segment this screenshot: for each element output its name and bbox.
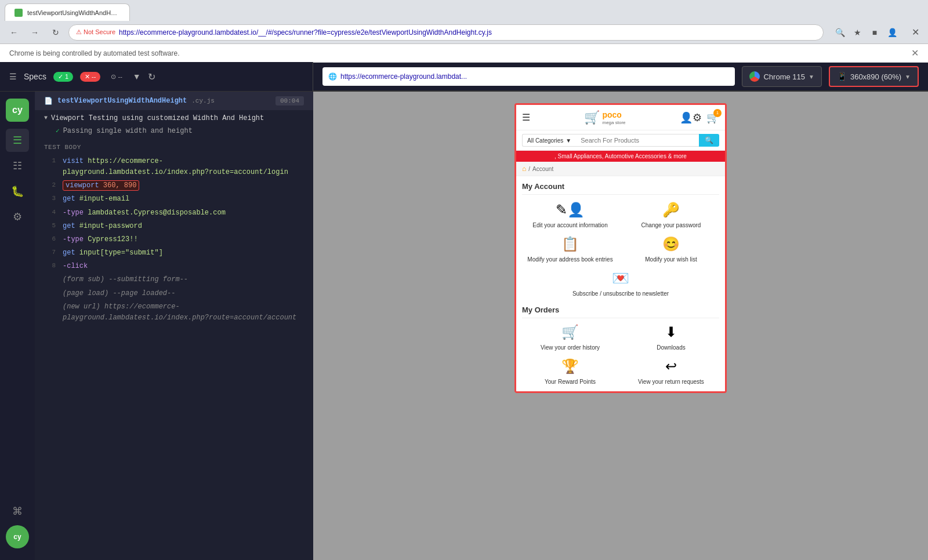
wishlist-label: Modify your wish list (645, 256, 697, 263)
sidebar-item-settings[interactable]: ⚙ (6, 205, 29, 228)
test-file-ext: .cy.js (191, 97, 215, 104)
refresh-button[interactable]: ↻ (148, 71, 155, 82)
account-grid: ✎👤 Edit your account information 🔑 Chang… (522, 202, 719, 297)
rewards-label: Your Reward Points (545, 378, 596, 386)
code-line-7: 7 get input[type="submit"] (35, 246, 313, 260)
account-item-newsletter[interactable]: 💌 Subscribe / unsubscribe to newsletter (522, 270, 719, 297)
my-account-title: My Account (522, 182, 719, 195)
account-item-wishlist[interactable]: 😊 Modify your wish list (623, 236, 719, 263)
category-select[interactable]: All Categories ▼ (522, 134, 576, 147)
account-item-password[interactable]: 🔑 Change your password (623, 202, 719, 229)
cy-logo: cy (6, 99, 29, 122)
password-label: Change your password (641, 221, 701, 229)
suite-title: Viewport Testing using customized Widhth… (51, 114, 264, 123)
account-item-downloads[interactable]: ⬇ Downloads (623, 324, 719, 351)
viewport-caret-icon: ▼ (905, 74, 911, 80)
specs-dropdown-button[interactable]: ▼ (133, 72, 141, 81)
address-bar[interactable]: ⚠ Not Secure https://ecommerce-playgroun… (68, 24, 824, 41)
test-body-section: TEST BODY (35, 140, 313, 152)
fail-count: -- (92, 73, 96, 80)
forward-button[interactable]: → (27, 24, 43, 41)
warning-text: Chrome is being controlled by automated … (9, 49, 179, 57)
extension-icon[interactable]: ■ (868, 26, 882, 39)
browser-toolbar-icons: 🔍 ★ ■ 👤 (833, 26, 899, 39)
category-caret-icon: ▼ (566, 137, 571, 144)
test-file-name: testViewportUsingWidthAndHeight (57, 97, 187, 105)
sidebar-item-specs[interactable]: ☰ (6, 129, 29, 152)
store-header-icons: 👤⚙ 🛒 1 (680, 111, 719, 124)
wishlist-icon: 😊 (662, 236, 680, 252)
checkmark-icon: ✓ (58, 73, 63, 81)
code-line-new-url: (new url) https://ecommerce-playground.l… (35, 300, 313, 325)
account-item-rewards[interactable]: 🏆 Your Reward Points (522, 358, 618, 386)
url-text: https://ecommerce-playground.lambdatest.… (119, 28, 816, 37)
edit-account-label: Edit your account information (532, 221, 608, 229)
specs-title: Specs (24, 72, 46, 81)
code-line-page-load: (page load) --page loaded-- (35, 287, 313, 300)
account-item-orders[interactable]: 🛒 View your order history (522, 324, 618, 351)
preview-url-bar[interactable]: 🌐 https://ecommerce-playground.lambdat..… (322, 67, 735, 86)
promo-text: , Small Appliances, Automotive Accessori… (554, 153, 687, 159)
zoom-icon[interactable]: 🔍 (833, 26, 847, 39)
chrome-icon (749, 71, 760, 82)
cart-icon[interactable]: 🛒 1 (706, 111, 719, 124)
sidebar-item-analytics[interactable]: ☷ (6, 154, 29, 177)
code-line-2: 2 viewport 360, 890 (35, 179, 313, 192)
test-run-time: 00:04 (276, 96, 304, 106)
profile-icon[interactable]: 👤 (885, 26, 899, 39)
account-item-returns[interactable]: ↩ View your return requests (623, 358, 719, 386)
toolbar-right: 🌐 https://ecommerce-playground.lambdat..… (313, 66, 928, 87)
store-search-bar: All Categories ▼ 🔍 (516, 130, 725, 151)
downloads-label: Downloads (657, 344, 685, 351)
hamburger-icon[interactable]: ☰ (522, 112, 530, 123)
automation-warning-bar: Chrome is being controlled by automated … (0, 44, 928, 63)
account-icon[interactable]: 👤⚙ (680, 111, 702, 124)
pending-icon: ⊙ (111, 73, 116, 80)
back-button[interactable]: ← (6, 24, 22, 41)
breadcrumb-separator: / (528, 166, 530, 172)
browser-selector[interactable]: Chrome 115 ▼ (742, 66, 821, 87)
sidebar-item-debug[interactable]: 🐛 (6, 180, 29, 203)
breadcrumb-account[interactable]: Account (532, 166, 553, 172)
active-tab[interactable]: testViewportUsingWidthAndHeight (5, 3, 130, 21)
sidebar-icons: cy ☰ ☷ 🐛 ⚙ ⌘ cy (0, 92, 35, 560)
passing-test-label: Passing single width and height (63, 127, 193, 135)
store-logo-icon: 🛒 (584, 110, 600, 125)
suite-caret-icon: ▼ (44, 115, 48, 121)
not-secure-icon: ⚠ Not Secure (76, 28, 115, 36)
promo-bar: , Small Appliances, Automotive Accessori… (516, 151, 725, 162)
search-button[interactable]: 🔍 (699, 134, 719, 147)
viewport-label: 360x890 (60%) (850, 72, 901, 81)
reload-button[interactable]: ↻ (48, 24, 64, 41)
store-logo-name: poco (602, 110, 621, 119)
sidebar-item-logo-bottom: cy (6, 525, 29, 548)
preview-url-text: https://ecommerce-playground.lambdat... (340, 72, 729, 81)
suite-header: ▼ Viewport Testing using customized Widh… (44, 114, 304, 123)
browser-frame: testViewportUsingWidthAndHeight ← → ↻ ⚠ … (0, 0, 928, 560)
address-label: Modify your address book entries (527, 256, 612, 263)
fail-icon: ✕ (85, 73, 90, 80)
orders-icon: 🛒 (561, 324, 579, 340)
account-item-address[interactable]: 📋 Modify your address book entries (522, 236, 618, 263)
browser-label: Chrome 115 (763, 72, 805, 81)
viewport-selector[interactable]: 📱 360x890 (60%) ▼ (829, 66, 919, 87)
pass-count: 1 (65, 73, 68, 80)
preview-area: ☰ 🛒 poco mega store 👤⚙ (313, 92, 928, 560)
category-label: All Categories (527, 137, 563, 144)
store-logo-sub: mega store (602, 120, 625, 125)
cart-badge: 1 (713, 109, 722, 117)
close-browser-button[interactable]: ✕ (908, 26, 922, 39)
sidebar-item-keyboard[interactable]: ⌘ (6, 500, 29, 523)
home-icon[interactable]: ⌂ (522, 165, 526, 173)
account-item-edit[interactable]: ✎👤 Edit your account information (522, 202, 618, 229)
store-logo[interactable]: 🛒 poco mega store (584, 110, 625, 125)
bookmark-icon[interactable]: ★ (850, 26, 864, 39)
breadcrumb: ⌂ / Account (516, 162, 725, 176)
warning-close-button[interactable]: ✕ (911, 48, 919, 59)
search-input[interactable] (576, 134, 699, 147)
pass-check-icon: ✓ (56, 127, 60, 134)
edit-account-icon: ✎👤 (556, 202, 585, 218)
browser-address-bar: ← → ↻ ⚠ Not Secure https://ecommerce-pla… (0, 21, 928, 44)
tab-bar: testViewportUsingWidthAndHeight (0, 0, 928, 21)
browser-caret-icon: ▼ (809, 74, 814, 80)
